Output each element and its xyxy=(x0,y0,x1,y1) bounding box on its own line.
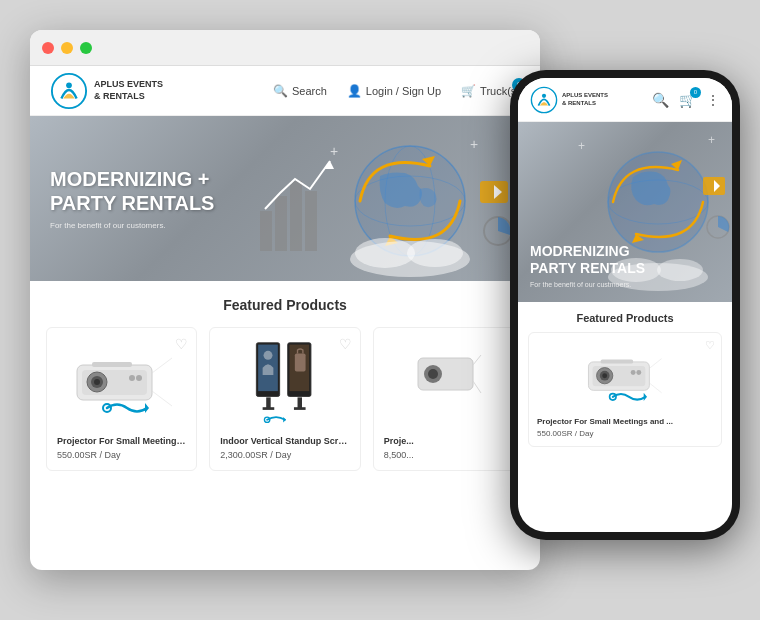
hero-graphic: + + xyxy=(230,121,530,281)
svg-rect-39 xyxy=(295,353,306,371)
featured-title: Featured Products xyxy=(46,297,524,313)
svg-point-63 xyxy=(602,373,607,378)
svg-point-65 xyxy=(631,370,636,375)
desktop-browser: APLUS EVENTS & RENTALS 🔍 Search 👤 Login … xyxy=(30,30,540,570)
svg-rect-32 xyxy=(266,397,270,408)
product-card-2[interactable]: ♡ xyxy=(209,327,360,471)
mobile-hero-title: MODRENIZING PARTY RENTALS xyxy=(530,243,645,277)
website: APLUS EVENTS & RENTALS 🔍 Search 👤 Login … xyxy=(30,66,540,570)
product-card-3[interactable]: Proje... 8,500... xyxy=(373,327,524,471)
hero-subtitle: For the benefit of our customers. xyxy=(50,221,214,230)
mobile-cart-badge: 0 xyxy=(690,87,701,98)
mobile-projector-image xyxy=(575,344,675,409)
product-image-1 xyxy=(57,338,186,428)
svg-point-34 xyxy=(264,350,273,359)
login-nav-link[interactable]: 👤 Login / Sign Up xyxy=(347,84,441,98)
svg-point-66 xyxy=(636,370,641,375)
mobile-nav-icons: 🔍 🛒 0 ⋮ xyxy=(652,92,720,108)
product3-image xyxy=(413,343,483,423)
screen-image xyxy=(250,341,320,426)
cart-icon: 🛒 xyxy=(461,84,476,98)
svg-point-28 xyxy=(136,375,142,381)
mobile-product-image xyxy=(537,341,713,411)
svg-point-1 xyxy=(66,82,72,88)
svg-rect-11 xyxy=(305,191,317,251)
browser-dot-yellow[interactable] xyxy=(61,42,73,54)
svg-rect-33 xyxy=(263,407,275,410)
logo-text: APLUS EVENTS & RENTALS xyxy=(94,79,163,102)
site-navbar: APLUS EVENTS & RENTALS 🔍 Search 👤 Login … xyxy=(30,66,540,116)
svg-point-15 xyxy=(407,239,463,267)
mobile-product-card-1[interactable]: ♡ xyxy=(528,332,722,447)
products-grid: ♡ xyxy=(46,327,524,471)
hero-graphic-svg: + + xyxy=(230,121,530,281)
mobile-logo-text: APLUS EVENTS & RENTALS xyxy=(562,92,608,108)
mobile-product-price: 550.00SR / Day xyxy=(537,429,713,438)
product-price-2: 2,300.00SR / Day xyxy=(220,450,349,460)
mobile-product-name: Projector For Small Meetings and ... xyxy=(537,417,713,426)
mobile-cart-icon[interactable]: 🛒 0 xyxy=(679,92,696,108)
mobile-featured-title: Featured Products xyxy=(528,312,722,324)
mobile-inner: APLUS EVENTS & RENTALS 🔍 🛒 0 ⋮ xyxy=(518,78,732,532)
svg-point-43 xyxy=(428,369,438,379)
browser-dot-green[interactable] xyxy=(80,42,92,54)
hero-title: MODERNIZING + PARTY RENTALS xyxy=(50,167,214,215)
featured-section: Featured Products ♡ xyxy=(30,281,540,487)
mobile-search-icon[interactable]: 🔍 xyxy=(652,92,669,108)
product-name-2: Indoor Vertical Standup Scree... xyxy=(220,436,349,446)
mobile-menu-icon[interactable]: ⋮ xyxy=(706,92,720,108)
mobile-hero: + + MODRENIZING PARTY RENTALS For the be… xyxy=(518,122,732,302)
svg-point-45 xyxy=(542,93,546,97)
svg-rect-9 xyxy=(275,196,287,251)
user-icon: 👤 xyxy=(347,84,362,98)
product-card-1[interactable]: ♡ xyxy=(46,327,197,471)
product-name-1: Projector For Small Meetings ... xyxy=(57,436,186,446)
svg-point-25 xyxy=(94,379,100,385)
browser-titlebar xyxy=(30,30,540,66)
projector-image xyxy=(67,343,177,423)
scene: APLUS EVENTS & RENTALS 🔍 Search 👤 Login … xyxy=(0,0,760,620)
mobile-hero-text: MODRENIZING PARTY RENTALS For the benefi… xyxy=(530,243,645,288)
product-image-2 xyxy=(220,338,349,428)
mobile-featured-section: Featured Products ♡ xyxy=(518,302,732,457)
product-image-3 xyxy=(384,338,513,428)
svg-rect-8 xyxy=(260,211,272,251)
svg-text:+: + xyxy=(578,139,585,153)
wishlist-icon-2[interactable]: ♡ xyxy=(339,336,352,352)
hero-banner: MODERNIZING + PARTY RENTALS For the bene… xyxy=(30,116,540,281)
search-icon: 🔍 xyxy=(273,84,288,98)
product-name-3: Proje... xyxy=(384,436,513,446)
svg-point-53 xyxy=(657,259,703,281)
svg-point-27 xyxy=(129,375,135,381)
hero-text: MODERNIZING + PARTY RENTALS For the bene… xyxy=(30,147,234,250)
browser-dot-red[interactable] xyxy=(42,42,54,54)
mobile-hero-subtitle: For the benefit of our custmoers. xyxy=(530,281,645,288)
wishlist-icon-1[interactable]: ♡ xyxy=(175,336,188,352)
svg-point-14 xyxy=(355,238,415,268)
mobile-wishlist-icon[interactable]: ♡ xyxy=(705,339,715,352)
mobile-browser: APLUS EVENTS & RENTALS 🔍 🛒 0 ⋮ xyxy=(510,70,740,540)
search-nav-link[interactable]: 🔍 Search xyxy=(273,84,327,98)
svg-rect-10 xyxy=(290,181,302,251)
svg-text:+: + xyxy=(708,133,715,147)
site-logo: APLUS EVENTS & RENTALS xyxy=(50,72,163,110)
mobile-logo-icon xyxy=(530,86,558,114)
svg-rect-64 xyxy=(601,359,634,363)
product-price-1: 550.00SR / Day xyxy=(57,450,186,460)
mobile-navbar: APLUS EVENTS & RENTALS 🔍 🛒 0 ⋮ xyxy=(518,78,732,122)
svg-text:+: + xyxy=(330,143,338,159)
logo-icon xyxy=(50,72,88,110)
svg-rect-38 xyxy=(294,407,306,410)
product-price-3: 8,500... xyxy=(384,450,513,460)
svg-rect-26 xyxy=(92,362,132,367)
svg-rect-37 xyxy=(298,397,302,408)
svg-text:+: + xyxy=(470,136,478,152)
mobile-logo: APLUS EVENTS & RENTALS xyxy=(530,86,652,114)
